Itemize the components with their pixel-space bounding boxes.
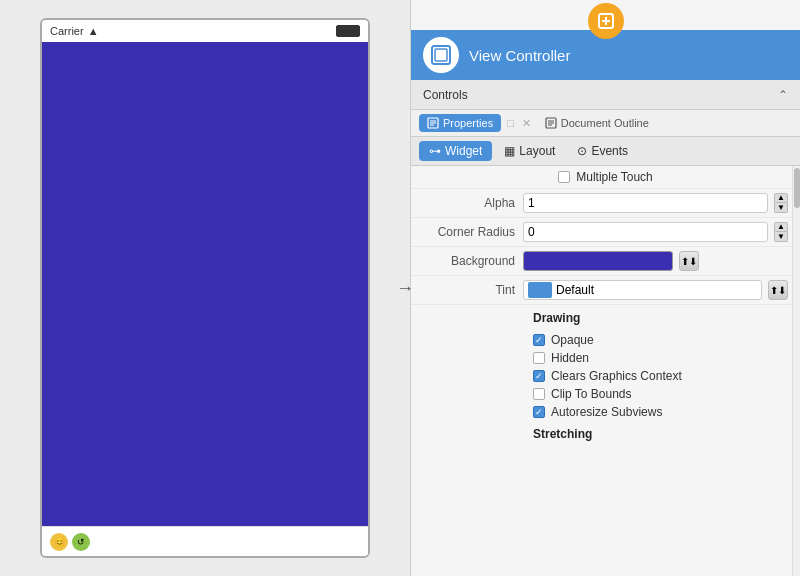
inspector-panel: View Controller Controls ⌃ Properties □ … xyxy=(410,0,800,576)
alpha-label: Alpha xyxy=(423,196,523,210)
widget-icon: ⊶ xyxy=(429,144,441,158)
controls-row: Controls ⌃ xyxy=(411,80,800,110)
clip-to-bounds-checkbox[interactable] xyxy=(533,388,545,400)
corner-radius-stepper: ▲ ▼ xyxy=(774,222,788,242)
view-controller-title: View Controller xyxy=(469,47,570,64)
carrier-label: Carrier xyxy=(50,25,84,37)
events-icon: ⊙ xyxy=(577,144,587,158)
sub-tab-layout[interactable]: ▦ Layout xyxy=(494,141,565,161)
hidden-checkbox[interactable] xyxy=(533,352,545,364)
alpha-control: ▲ ▼ xyxy=(523,193,788,213)
alpha-stepper-up[interactable]: ▲ xyxy=(774,193,788,203)
opaque-checkbox[interactable] xyxy=(533,334,545,346)
sub-tabs-row: ⊶ Widget ▦ Layout ⊙ Events xyxy=(411,137,800,166)
sub-tab-layout-label: Layout xyxy=(519,144,555,158)
bottom-icon-smiley: 😊 xyxy=(50,533,68,551)
corner-radius-row: Corner Radius ▲ ▼ xyxy=(411,218,800,247)
sub-tab-events-label: Events xyxy=(591,144,628,158)
sub-tab-widget-label: Widget xyxy=(445,144,482,158)
tabs-row: Properties □ ✕ Document Outline xyxy=(411,110,800,137)
corner-radius-stepper-up[interactable]: ▲ xyxy=(774,222,788,232)
corner-radius-stepper-down[interactable]: ▼ xyxy=(774,232,788,242)
tint-dropdown[interactable]: ⬆⬇ xyxy=(768,280,788,300)
background-color-swatch[interactable] xyxy=(523,251,673,271)
tab-separator2: ✕ xyxy=(520,117,533,130)
corner-radius-input[interactable] xyxy=(523,222,768,242)
clip-to-bounds-row: Clip To Bounds xyxy=(411,385,800,403)
corner-radius-control: ▲ ▼ xyxy=(523,222,788,242)
bottom-icon-refresh: ↺ xyxy=(72,533,90,551)
background-label: Background xyxy=(423,254,523,268)
hidden-row: Hidden xyxy=(411,349,800,367)
svg-rect-4 xyxy=(435,49,447,61)
autoresize-subviews-label: Autoresize Subviews xyxy=(551,405,662,419)
tab-properties[interactable]: Properties xyxy=(419,114,501,132)
multiple-touch-checkbox[interactable] xyxy=(558,171,570,183)
opaque-row: Opaque xyxy=(411,331,800,349)
device-screen[interactable] xyxy=(42,42,368,526)
stretching-title: Stretching xyxy=(411,421,800,443)
background-control: ⬆⬇ xyxy=(523,251,788,271)
arrow-right: → xyxy=(396,278,414,299)
drawing-title: Drawing xyxy=(423,311,788,325)
alpha-stepper-down[interactable]: ▼ xyxy=(774,203,788,213)
clears-graphics-context-label: Clears Graphics Context xyxy=(551,369,682,383)
multiple-touch-row: Multiple Touch xyxy=(411,166,800,189)
wifi-icon: ▲ xyxy=(88,25,99,37)
autoresize-subviews-row: Autoresize Subviews xyxy=(411,403,800,421)
tab-properties-label: Properties xyxy=(443,117,493,129)
device-bottom-bar: 😊 ↺ xyxy=(42,526,368,556)
inspector-top xyxy=(411,0,800,30)
simulator-panel: Carrier ▲ 😊 ↺ → xyxy=(0,0,410,576)
alpha-row: Alpha ▲ ▼ xyxy=(411,189,800,218)
clears-graphics-context-checkbox[interactable] xyxy=(533,370,545,382)
simulator-device: Carrier ▲ 😊 ↺ xyxy=(40,18,370,558)
clip-to-bounds-label: Clip To Bounds xyxy=(551,387,632,401)
orange-circle-button[interactable] xyxy=(588,3,624,39)
tab-doc-outline-label: Document Outline xyxy=(561,117,649,129)
vc-icon xyxy=(423,37,459,73)
sub-tab-widget[interactable]: ⊶ Widget xyxy=(419,141,492,161)
drawing-section: Drawing xyxy=(411,305,800,331)
alpha-stepper: ▲ ▼ xyxy=(774,193,788,213)
controls-label: Controls xyxy=(423,88,468,102)
tint-control-inner[interactable]: Default xyxy=(523,280,762,300)
multiple-touch-label: Multiple Touch xyxy=(576,170,653,184)
autoresize-subviews-checkbox[interactable] xyxy=(533,406,545,418)
battery-icon xyxy=(336,25,360,37)
hidden-label: Hidden xyxy=(551,351,589,365)
corner-radius-label: Corner Radius xyxy=(423,225,523,239)
tint-control: Default ⬆⬇ xyxy=(523,280,788,300)
sub-tab-events[interactable]: ⊙ Events xyxy=(567,141,638,161)
controls-chevron[interactable]: ⌃ xyxy=(778,88,788,102)
properties-content: Multiple Touch Alpha ▲ ▼ Corner Radius ▲… xyxy=(411,166,800,576)
tab-document-outline[interactable]: Document Outline xyxy=(537,114,657,132)
background-row: Background ⬆⬇ xyxy=(411,247,800,276)
tab-separator1: □ xyxy=(505,117,516,129)
alpha-input[interactable] xyxy=(523,193,768,213)
clears-graphics-context-row: Clears Graphics Context xyxy=(411,367,800,385)
layout-icon: ▦ xyxy=(504,144,515,158)
opaque-label: Opaque xyxy=(551,333,594,347)
tint-row: Tint Default ⬆⬇ xyxy=(411,276,800,305)
tint-label: Tint xyxy=(423,283,523,297)
scrollbar[interactable] xyxy=(792,166,800,576)
scrollbar-thumb[interactable] xyxy=(794,168,800,208)
tint-value: Default xyxy=(556,283,594,297)
background-dropdown[interactable]: ⬆⬇ xyxy=(679,251,699,271)
carrier-info: Carrier ▲ xyxy=(50,25,99,37)
tint-swatch xyxy=(528,282,552,298)
status-bar: Carrier ▲ xyxy=(42,20,368,42)
